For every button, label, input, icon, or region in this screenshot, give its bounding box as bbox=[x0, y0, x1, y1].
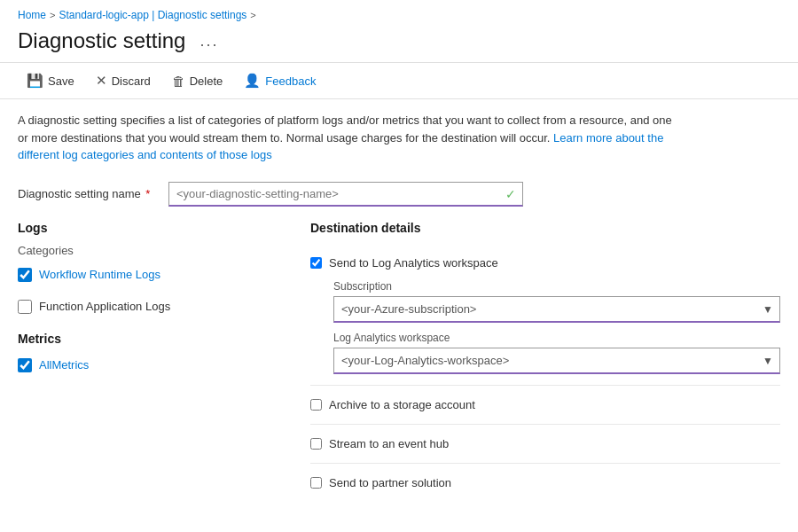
subscription-label: Subscription bbox=[333, 280, 780, 293]
event-hub-label[interactable]: Stream to an event hub bbox=[329, 437, 449, 450]
storage-row: Archive to a storage account bbox=[310, 386, 780, 425]
storage-check-row: Archive to a storage account bbox=[310, 393, 780, 417]
metrics-section: Metrics AllMetrics bbox=[18, 332, 284, 376]
destination-section: Send to Log Analytics workspace Subscrip… bbox=[310, 244, 780, 502]
function-app-checkbox[interactable] bbox=[18, 300, 32, 314]
discard-label: Discard bbox=[112, 74, 151, 88]
two-col-layout: Logs Categories Workflow Runtime Logs Fu… bbox=[18, 221, 780, 502]
save-label: Save bbox=[48, 74, 74, 88]
feedback-label: Feedback bbox=[265, 74, 316, 88]
toolbar: 💾 Save ✕ Discard 🗑 Delete 👤 Feedback bbox=[0, 62, 798, 99]
setting-name-label: Diagnostic setting name * bbox=[18, 187, 160, 200]
partner-check-row: Send to partner solution bbox=[310, 471, 780, 495]
delete-label: Delete bbox=[190, 74, 223, 88]
setting-name-row: Diagnostic setting name * ✓ bbox=[18, 182, 780, 207]
log-analytics-label[interactable]: Send to Log Analytics workspace bbox=[329, 256, 498, 270]
categories-label: Categories bbox=[18, 244, 284, 257]
workspace-label: Log Analytics workspace bbox=[333, 332, 780, 344]
page-title: Diagnostic setting bbox=[18, 28, 185, 53]
discard-button[interactable]: ✕ Discard bbox=[87, 68, 160, 93]
page-title-row: Diagnostic setting ... bbox=[0, 27, 798, 62]
log-analytics-check-row: Send to Log Analytics workspace bbox=[310, 251, 780, 275]
workspace-select[interactable]: <your-Log-Analytics-workspace> bbox=[333, 348, 780, 374]
delete-icon: 🗑 bbox=[172, 74, 185, 89]
subscription-select[interactable]: <your-Azure-subscription> bbox=[333, 296, 780, 323]
discard-icon: ✕ bbox=[96, 73, 107, 89]
workflow-runtime-row: Workflow Runtime Logs bbox=[18, 264, 284, 286]
event-hub-checkbox[interactable] bbox=[310, 438, 322, 450]
storage-checkbox[interactable] bbox=[310, 399, 322, 411]
breadcrumb-app[interactable]: Standard-logic-app | Diagnostic settings bbox=[59, 9, 246, 21]
storage-label[interactable]: Archive to a storage account bbox=[329, 398, 475, 411]
workflow-runtime-label[interactable]: Workflow Runtime Logs bbox=[39, 268, 160, 281]
required-star: * bbox=[143, 187, 151, 200]
description-area: A diagnostic setting specifies a list of… bbox=[0, 99, 692, 173]
breadcrumb-sep2: > bbox=[250, 10, 255, 20]
save-icon: 💾 bbox=[27, 73, 43, 89]
feedback-button[interactable]: 👤 Feedback bbox=[235, 68, 325, 93]
log-analytics-sub: Subscription <your-Azure-subscription> ▼… bbox=[310, 275, 780, 378]
ellipsis-button[interactable]: ... bbox=[194, 30, 223, 52]
breadcrumb-home[interactable]: Home bbox=[18, 9, 46, 21]
event-hub-row: Stream to an event hub bbox=[310, 425, 780, 464]
setting-name-input[interactable] bbox=[168, 182, 523, 207]
logs-section: Logs Categories Workflow Runtime Logs Fu… bbox=[18, 221, 284, 317]
feedback-icon: 👤 bbox=[244, 73, 261, 89]
workflow-runtime-checkbox[interactable] bbox=[18, 268, 32, 282]
setting-name-input-wrapper: ✓ bbox=[168, 182, 523, 207]
allmetrics-row: AllMetrics bbox=[18, 355, 284, 376]
allmetrics-label[interactable]: AllMetrics bbox=[39, 358, 89, 372]
breadcrumb: Home > Standard-logic-app | Diagnostic s… bbox=[0, 0, 798, 27]
function-app-row: Function Application Logs bbox=[18, 296, 284, 317]
partner-label[interactable]: Send to partner solution bbox=[329, 476, 451, 489]
logs-title: Logs bbox=[18, 221, 284, 235]
partner-row: Send to partner solution bbox=[310, 464, 780, 502]
function-app-label[interactable]: Function Application Logs bbox=[39, 300, 170, 313]
allmetrics-checkbox[interactable] bbox=[18, 358, 32, 372]
log-analytics-row: Send to Log Analytics workspace Subscrip… bbox=[310, 244, 780, 386]
input-checkmark-icon: ✓ bbox=[505, 187, 516, 201]
workspace-select-wrapper: <your-Log-Analytics-workspace> ▼ bbox=[333, 348, 780, 374]
event-hub-check-row: Stream to an event hub bbox=[310, 432, 780, 456]
metrics-title: Metrics bbox=[18, 332, 284, 346]
subscription-select-wrapper: <your-Azure-subscription> ▼ bbox=[333, 296, 780, 323]
save-button[interactable]: 💾 Save bbox=[18, 68, 83, 93]
destination-title: Destination details bbox=[310, 221, 780, 235]
breadcrumb-sep1: > bbox=[50, 10, 55, 20]
left-column: Logs Categories Workflow Runtime Logs Fu… bbox=[18, 221, 284, 502]
form-area: Diagnostic setting name * ✓ Logs Categor… bbox=[0, 173, 798, 511]
log-analytics-checkbox[interactable] bbox=[310, 257, 322, 269]
partner-checkbox[interactable] bbox=[310, 477, 322, 489]
right-column: Destination details Send to Log Analytic… bbox=[310, 221, 780, 502]
delete-button[interactable]: 🗑 Delete bbox=[163, 69, 232, 93]
